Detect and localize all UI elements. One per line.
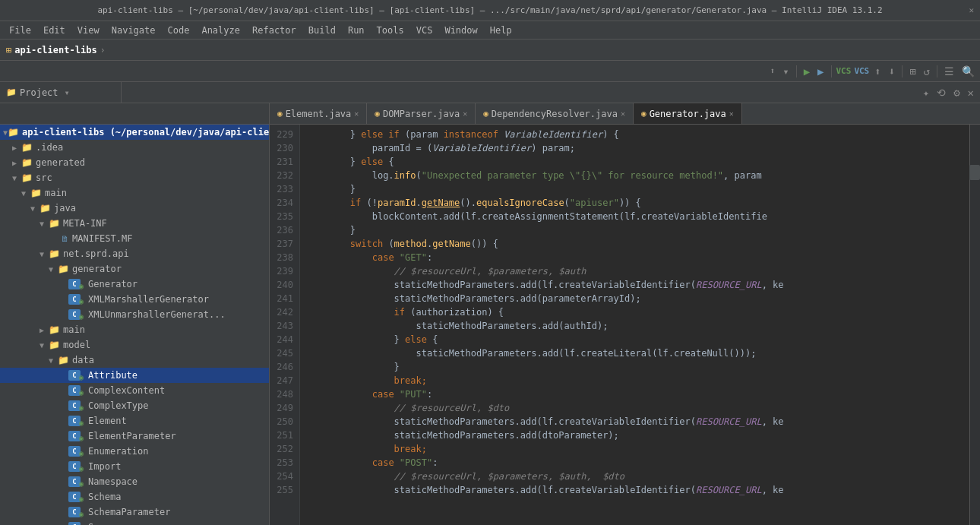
- menu-edit[interactable]: Edit: [37, 24, 71, 37]
- tree-main[interactable]: ▼ 📁 main: [0, 185, 269, 201]
- main2-arrow: ▶: [40, 326, 49, 334]
- scroll-thumb[interactable]: [969, 165, 980, 180]
- tree-XMLMarshaller[interactable]: ▶ C ◉ XMLMarshallerGenerator: [0, 292, 269, 307]
- project-tree[interactable]: ▼ 📁 api-client-libs (~/personal/dev/java…: [0, 125, 269, 525]
- tab-gen-close[interactable]: ✕: [729, 109, 734, 118]
- tree-src[interactable]: ▼ 📁 src: [0, 170, 269, 185]
- tree-SchemaParameter[interactable]: ▶ C ◉ SchemaParameter: [0, 504, 269, 520]
- tree-generated[interactable]: ▶ 📁 generated: [0, 155, 269, 170]
- project-panel-text: Project: [20, 87, 58, 98]
- menu-navigate[interactable]: Navigate: [106, 24, 162, 37]
- toolbar-layout-icon[interactable]: ⊞: [907, 64, 918, 79]
- netsprd-label: net.sprd.api: [63, 248, 129, 259]
- top-toolbar: ⬆ ▾ ▶ ▶ VCS VCS ⬆ ⬇ ⊞ ↺ ☰ 🔍: [0, 61, 980, 82]
- code-editor[interactable]: 229 230 231 232 233 234 235 236 237 238 …: [270, 125, 980, 525]
- schema-badge: ◉: [79, 495, 84, 503]
- toolbar-push-icon[interactable]: ⬇: [887, 64, 897, 79]
- menu-vcs[interactable]: VCS: [410, 24, 439, 37]
- tree-root[interactable]: ▼ 📁 api-client-libs (~/personal/dev/java…: [0, 125, 269, 140]
- root-folder-icon: 📁: [8, 127, 19, 138]
- project-icon-close[interactable]: ✕: [965, 85, 977, 100]
- project-icon-sync[interactable]: ⟲: [934, 85, 949, 100]
- tree-Namespace[interactable]: ▶ C ◉ Namespace: [0, 474, 269, 489]
- tree-Attribute[interactable]: ▶ C ◉ Attribute: [0, 368, 269, 383]
- schema-label: Schema: [88, 492, 121, 502]
- main2-icon: 📁: [49, 324, 60, 335]
- tab-generator[interactable]: ◉ Generator.java ✕: [634, 103, 742, 124]
- project-panel-label[interactable]: 📁 Project ▾: [0, 82, 122, 103]
- tree-idea[interactable]: ▶ 📁 .idea: [0, 140, 269, 155]
- project-icon-new[interactable]: ✦: [920, 85, 932, 100]
- tree-generator-folder[interactable]: ▼ 📁 generator: [0, 261, 269, 277]
- tab-dep-label: DependencyResolver.java: [492, 109, 618, 119]
- root-label: api-client-libs (~/personal/dev/java/api…: [22, 127, 269, 138]
- menu-code[interactable]: Code: [162, 24, 196, 37]
- tree-Schema[interactable]: ▶ C ◉ Schema: [0, 489, 269, 504]
- toolbar-git-icon[interactable]: ⬆: [768, 65, 778, 77]
- main-folder-icon: 📁: [30, 188, 42, 198]
- breadcrumb-bar: ⊞ api-client-libs ›: [0, 40, 980, 61]
- project-icon: ⊞: [6, 45, 11, 55]
- toolbar-sep1: [796, 65, 797, 77]
- toolbar-search-icon[interactable]: 🔍: [959, 64, 977, 79]
- tabs-bar: ◉ Element.java ✕ ◉ DOMParser.java ✕ ◉ De…: [270, 103, 980, 125]
- tree-main2[interactable]: ▶ 📁 main: [0, 322, 269, 337]
- tree-model[interactable]: ▼ 📁 model: [0, 337, 269, 353]
- tab-element[interactable]: ◉ Element.java ✕: [270, 103, 367, 124]
- menu-build[interactable]: Build: [302, 24, 342, 37]
- tab-domparser-label: DOMParser.java: [383, 109, 460, 119]
- tree-Generator-class[interactable]: ▶ C ◉ Generator: [0, 277, 269, 292]
- enum-label: Enumeration: [88, 446, 148, 457]
- tab-dep-close[interactable]: ✕: [621, 109, 625, 118]
- tree-ComplexType[interactable]: ▶ C ◉ ComplexType: [0, 398, 269, 413]
- attr-badge: ◉: [79, 373, 84, 381]
- main-arrow: ▼: [21, 189, 30, 198]
- toolbar-undo-icon[interactable]: ↺: [922, 64, 932, 79]
- generator-class-label: Generator: [88, 279, 138, 289]
- menu-refactor[interactable]: Refactor: [246, 24, 302, 37]
- menu-help[interactable]: Help: [484, 24, 518, 37]
- tree-Element[interactable]: ▶ C ◉ Element: [0, 413, 269, 429]
- elem-badge: ◉: [79, 419, 84, 427]
- toolbar-sep2: [831, 65, 832, 77]
- ns-label: Namespace: [88, 476, 138, 487]
- tree-Import[interactable]: ▶ C ◉ Import: [0, 459, 269, 474]
- tab-domparser[interactable]: ◉ DOMParser.java ✕: [367, 103, 476, 124]
- toolbar-run-icon[interactable]: ▶: [801, 64, 812, 79]
- toolbar-dropdown-icon[interactable]: ▾: [780, 64, 791, 79]
- idea-label: .idea: [36, 142, 63, 153]
- tab-dependencyresolver[interactable]: ◉ DependencyResolver.java ✕: [476, 103, 634, 124]
- toolbar-update-icon[interactable]: ⬆: [872, 64, 883, 79]
- toolbar-debug-icon[interactable]: ▶: [815, 64, 826, 79]
- breadcrumb-label[interactable]: api-client-libs: [14, 45, 96, 55]
- tree-Sequence[interactable]: ▶ C ◉ Sequence: [0, 520, 269, 525]
- tree-meta-inf[interactable]: ▼ 📁 META-INF: [0, 216, 269, 231]
- close-button[interactable]: ✕: [969, 5, 974, 15]
- menu-analyze[interactable]: Analyze: [195, 24, 246, 37]
- tab-domparser-close[interactable]: ✕: [463, 109, 467, 118]
- project-panel-icon: 📁: [6, 87, 17, 97]
- tab-element-close[interactable]: ✕: [354, 109, 359, 118]
- tree-manifest[interactable]: ▶ 🗎 MANIFEST.MF: [0, 231, 269, 246]
- menu-window[interactable]: Window: [438, 24, 483, 37]
- tree-data-folder[interactable]: ▼ 📁 data: [0, 353, 269, 368]
- tree-java[interactable]: ▼ 📁 java: [0, 201, 269, 216]
- tree-XMLUnmarshaller[interactable]: ▶ C ◉ XMLUnmarshallerGenerat...: [0, 307, 269, 322]
- tree-ElementParameter[interactable]: ▶ C ◉ ElementParameter: [0, 429, 269, 444]
- tree-ComplexContent[interactable]: ▶ C ◉ ComplexContent: [0, 383, 269, 398]
- cc-badge: ◉: [79, 388, 84, 397]
- sidebar-tab-spacer: [0, 103, 270, 125]
- toolbar-columns-icon[interactable]: ☰: [942, 64, 956, 79]
- project-icon-settings[interactable]: ⚙: [950, 85, 963, 100]
- menu-run[interactable]: Run: [342, 24, 371, 37]
- content-row: ▼ 📁 api-client-libs (~/personal/dev/java…: [0, 125, 980, 525]
- scroll-indicator[interactable]: [969, 125, 980, 525]
- manifest-icon: 🗎: [61, 234, 69, 244]
- code-text: } else if (param instanceof VariableIden…: [300, 125, 969, 525]
- menu-view[interactable]: View: [71, 24, 106, 37]
- tree-Enumeration[interactable]: ▶ C ◉ Enumeration: [0, 444, 269, 459]
- menu-file[interactable]: File: [3, 24, 37, 37]
- menu-tools[interactable]: Tools: [371, 24, 410, 37]
- tree-net-sprd-api[interactable]: ▼ 📁 net.sprd.api: [0, 246, 269, 261]
- project-panel-arrow[interactable]: ▾: [65, 87, 70, 98]
